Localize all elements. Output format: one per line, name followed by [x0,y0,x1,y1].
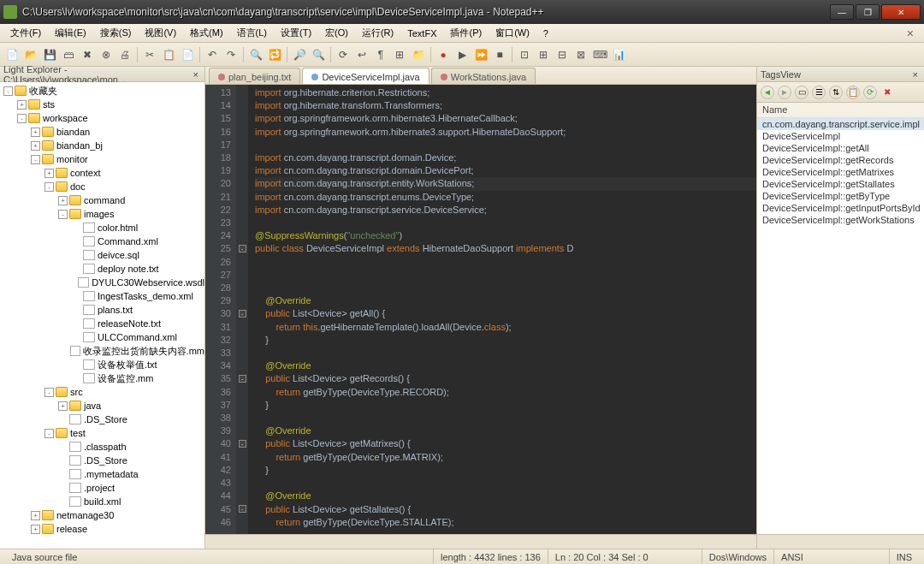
expander-icon[interactable]: - [44,429,54,438]
tags-next-icon[interactable]: ► [778,86,791,99]
tags-sort-icon[interactable]: ⇅ [829,86,843,99]
new-file-icon[interactable]: 📄 [3,46,21,63]
menu-item[interactable]: 窗口(W) [489,25,536,41]
horizontal-scrollbar[interactable] [205,534,756,549]
tree-item[interactable]: deploy note.txt [0,262,204,276]
menu-item[interactable]: 搜索(S) [93,25,139,41]
tag-item[interactable]: DeviceServiceImpl::getStallates [757,178,924,190]
tree-item[interactable]: +sts [0,98,204,111]
tree-item[interactable]: plans.txt [0,303,204,317]
play-icon[interactable]: ▶ [453,46,471,63]
menu-item[interactable]: 编辑(E) [48,25,93,41]
undo-icon[interactable]: ↶ [204,46,221,63]
plugin3-icon[interactable]: ⊟ [554,46,571,63]
fold-icon[interactable]: - [239,310,246,318]
replace-icon[interactable]: 🔁 [266,46,283,63]
expander-icon[interactable]: - [3,86,13,96]
tags-copy-icon[interactable]: 📋 [846,86,860,99]
tree-item[interactable]: -images [0,207,204,221]
close-button[interactable]: ✕ [881,4,921,20]
tags-scrollbar[interactable] [757,534,924,549]
tree-item[interactable]: build.xml [0,495,204,508]
expander-icon[interactable]: + [31,511,40,520]
doc-close-icon[interactable]: × [900,25,921,42]
tree-item[interactable]: +release [0,522,204,536]
tags-list[interactable]: cn.com.dayang.transcript.service.implDev… [757,118,924,534]
expander-icon[interactable]: + [58,401,68,411]
tree-item[interactable]: -workspace [0,111,204,125]
close-file-icon[interactable]: ✖ [79,46,96,63]
menu-item[interactable]: 设置(T) [274,25,318,41]
expander-icon[interactable]: + [44,169,54,178]
show-all-icon[interactable]: ¶ [372,46,389,63]
fold-icon[interactable]: - [239,375,246,383]
tags-view2-icon[interactable]: ☰ [812,86,826,99]
tag-item[interactable]: DeviceServiceImpl::getRecords [757,154,924,166]
find-icon[interactable]: 🔍 [247,46,264,63]
tree-item[interactable]: .DS_Store [0,454,204,467]
editor-tab[interactable]: plan_beijing.txt [209,68,300,84]
minimize-button[interactable]: — [830,4,854,20]
folder-icon[interactable]: 📁 [410,46,427,63]
fold-gutter[interactable]: ----- [236,85,248,534]
tree-item[interactable]: -monitor [0,152,204,166]
menu-item[interactable]: 宏(O) [318,25,355,41]
tag-item[interactable]: DeviceServiceImpl::getAll [757,142,924,154]
print-icon[interactable]: 🖨 [116,46,133,63]
paste-icon[interactable]: 📄 [179,46,196,63]
zoom-in-icon[interactable]: 🔎 [291,46,308,63]
menu-item[interactable]: 格式(M) [183,25,230,41]
tree-item[interactable]: releaseNote.txt [0,317,204,330]
expander-icon[interactable]: + [17,100,27,110]
tags-delete-icon[interactable]: ✖ [880,86,894,99]
tree-item[interactable]: +biandan_bj [0,139,204,152]
tag-item[interactable]: DeviceServiceImpl::getInputPortsById [757,202,924,214]
record-icon[interactable]: ● [435,46,452,63]
sidebar-close-icon[interactable]: × [191,69,201,80]
tag-item[interactable]: cn.com.dayang.transcript.service.impl [757,118,924,130]
fold-icon[interactable]: - [239,245,246,252]
expander-icon[interactable]: - [44,388,54,397]
redo-icon[interactable]: ↷ [222,46,240,63]
stop-icon[interactable]: ■ [491,46,508,63]
zoom-out-icon[interactable]: 🔍 [310,46,327,63]
tree-item[interactable]: IngestTasks_demo.xml [0,289,204,303]
expander-icon[interactable]: - [44,182,54,192]
save-icon[interactable]: 💾 [41,46,58,63]
fold-icon[interactable]: - [239,505,246,513]
tree-item[interactable]: 收录监控出货前缺失内容.mm [0,344,204,358]
menu-item[interactable]: ? [536,27,555,40]
tree-item[interactable]: +command [0,193,204,207]
tree-item[interactable]: ULCCommand.xml [0,330,204,344]
menu-item[interactable]: 视图(V) [138,25,183,41]
save-all-icon[interactable]: 🗃 [60,46,77,63]
expander-icon[interactable]: - [31,155,40,164]
wrap-icon[interactable]: ↩ [353,46,370,63]
close-all-icon[interactable]: ⊗ [98,46,115,63]
expander-icon[interactable]: + [31,525,40,534]
tags-close-icon[interactable]: × [910,69,921,80]
tree-item[interactable]: .classpath [0,440,204,454]
expander-icon[interactable]: + [58,196,68,205]
code-content[interactable]: import org.hibernate.criterion.Restricti… [248,85,756,534]
file-tree[interactable]: -收藏夹+sts-workspace+biandan+biandan_bj-mo… [0,82,204,549]
tag-item[interactable]: DeviceServiceImpl::getMatrixes [757,166,924,178]
tag-item[interactable]: DeviceServiceImpl [757,130,924,142]
tree-item[interactable]: 设备枚举值.txt [0,358,204,371]
tree-item[interactable]: .mymetadata [0,467,204,481]
editor-tab[interactable]: WorkStations.java [431,68,536,84]
expander-icon[interactable]: + [31,128,40,137]
indent-guide-icon[interactable]: ⊞ [391,46,408,63]
code-viewport[interactable]: 1314151617181920212223242526272829303132… [205,85,756,534]
tree-item[interactable]: -src [0,385,204,399]
titlebar[interactable]: C:\Users\lv\workspace\monitor\src\java\c… [0,0,924,24]
tree-item[interactable]: Command.xml [0,235,204,248]
plugin6-icon[interactable]: 📊 [610,46,627,63]
expander-icon[interactable]: - [17,114,27,123]
fold-icon[interactable]: - [239,440,246,448]
expander-icon[interactable]: + [31,141,40,151]
tree-item[interactable]: 设备监控.mm [0,371,204,385]
copy-icon[interactable]: 📋 [160,46,177,63]
menu-item[interactable]: TextFX [400,27,443,40]
tree-item[interactable]: +java [0,399,204,413]
